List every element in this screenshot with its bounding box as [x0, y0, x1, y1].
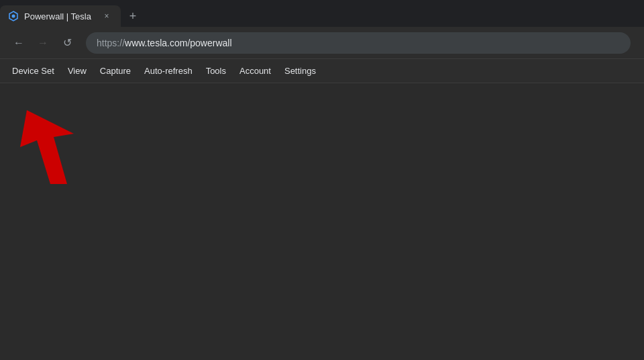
svg-marker-2 [20, 110, 74, 184]
menu-item-auto-refresh[interactable]: Auto-refresh [138, 63, 199, 79]
nav-bar: ← → ↺ https://www.tesla.com/powerwall [0, 27, 644, 59]
menu-item-device-set[interactable]: Device Set [5, 63, 61, 79]
arrow-annotation [13, 97, 121, 207]
url-path: /powerwall [187, 38, 231, 48]
address-text: https://www.tesla.com/powerwall [97, 38, 232, 48]
address-bar[interactable]: https://www.tesla.com/powerwall [86, 32, 631, 54]
tab-close-button[interactable]: × [101, 10, 113, 22]
reload-icon: ↺ [63, 36, 72, 49]
active-tab[interactable]: Powerwall | Tesla × [0, 5, 121, 27]
url-host: www.tesla.com [125, 38, 187, 48]
menu-item-account[interactable]: Account [233, 63, 278, 79]
menu-item-view[interactable]: View [61, 63, 93, 79]
menu-item-tools[interactable]: Tools [199, 63, 233, 79]
browser-window: Powerwall | Tesla × + ← → ↺ https://www.… [0, 0, 644, 83]
tab-title: Powerwall | Tesla [24, 11, 95, 21]
menu-item-capture[interactable]: Capture [93, 63, 138, 79]
reload-button[interactable]: ↺ [56, 32, 78, 54]
new-tab-button[interactable]: + [123, 7, 142, 26]
svg-point-1 [12, 15, 15, 18]
forward-button[interactable]: → [32, 32, 54, 54]
tab-favicon [8, 11, 19, 21]
forward-icon: → [38, 37, 48, 49]
menu-bar: Device SetViewCaptureAuto-refreshToolsAc… [0, 59, 644, 83]
back-button[interactable]: ← [8, 32, 30, 54]
back-icon: ← [13, 37, 24, 49]
tab-bar: Powerwall | Tesla × + [0, 0, 644, 27]
url-protocol: https:// [97, 38, 125, 48]
red-arrow-icon [13, 97, 121, 204]
menu-item-settings[interactable]: Settings [278, 63, 323, 79]
